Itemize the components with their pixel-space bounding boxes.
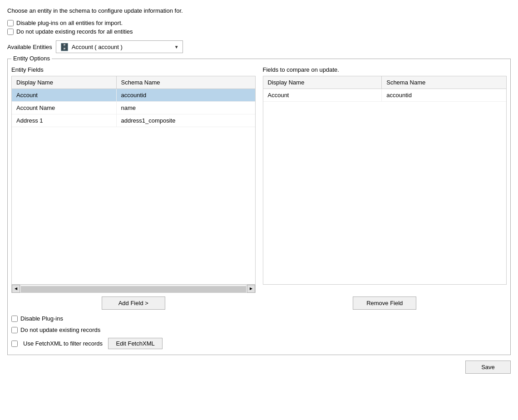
compare-col-display: Display Name <box>263 76 382 89</box>
do-not-update-entity-checkbox[interactable] <box>11 327 18 333</box>
display-name-cell: Account Name <box>12 102 116 114</box>
dropdown-selected-value: Account ( account ) <box>72 44 172 50</box>
scroll-right-btn[interactable]: ▶ <box>247 285 255 293</box>
fields-compare-table: Display Name Schema Name Account account… <box>263 76 507 102</box>
schema-name-cell: accountid <box>116 89 255 102</box>
do-not-update-global-label: Do not update existing records for all e… <box>16 28 133 35</box>
entity-fields-title: Entity Fields <box>11 66 256 73</box>
display-name-cell: Account <box>12 89 116 102</box>
scroll-thumb <box>21 286 246 292</box>
remove-field-button[interactable]: Remove Field <box>353 296 416 310</box>
edit-fetchxml-button[interactable]: Edit FetchXML <box>108 338 163 349</box>
use-fetchxml-checkbox[interactable] <box>11 341 18 347</box>
do-not-update-global-checkbox[interactable] <box>7 29 14 35</box>
schema-name-cell: address1_composite <box>116 114 255 127</box>
disable-plugins-entity-label: Disable Plug-ins <box>20 315 63 322</box>
scroll-track <box>20 285 247 292</box>
do-not-update-entity-label: Do not update existing records <box>20 326 100 333</box>
disable-plugins-entity-checkbox[interactable] <box>11 316 18 322</box>
entity-fields-col-schema: Schema Name <box>116 76 255 89</box>
available-entities-label: Available Entities <box>7 44 52 50</box>
bottom-options: Disable Plug-ins Do not update existing … <box>11 315 507 351</box>
entity-fields-table: Display Name Schema Name Account account… <box>12 76 255 127</box>
entity-fields-section: Entity Fields Display Name Schema Name A… <box>11 66 256 293</box>
table-row[interactable]: Account Name name <box>12 102 255 114</box>
fields-compare-title: Fields to compare on update. <box>263 66 507 73</box>
intro-text: Choose an entity in the schema to config… <box>7 7 511 14</box>
entity-fields-col-display: Display Name <box>12 76 116 89</box>
available-entities-dropdown[interactable]: 🗄️ Account ( account ) ▼ <box>56 40 183 53</box>
use-fetchxml-label: Use FetchXML to filter records <box>23 340 103 347</box>
disable-plugins-global-checkbox[interactable] <box>7 20 14 26</box>
fields-compare-section: Fields to compare on update. Display Nam… <box>263 66 507 293</box>
table-row[interactable]: Address 1 address1_composite <box>12 114 255 127</box>
entity-options-group: Entity Options Entity Fields Display Nam… <box>7 59 511 355</box>
table-row[interactable]: Account accountid <box>12 89 255 102</box>
chevron-down-icon: ▼ <box>174 44 179 49</box>
scroll-left-btn[interactable]: ◀ <box>12 285 20 293</box>
schema-name-cell: name <box>116 102 255 114</box>
display-name-cell: Account <box>263 89 382 102</box>
display-name-cell: Address 1 <box>12 114 116 127</box>
horizontal-scrollbar[interactable]: ◀ ▶ <box>11 285 256 293</box>
save-button[interactable]: Save <box>465 361 511 374</box>
database-icon: 🗄️ <box>60 43 69 51</box>
action-buttons-row: Add Field > Remove Field <box>11 296 507 310</box>
entity-options-legend: Entity Options <box>11 55 52 62</box>
schema-name-cell: accountid <box>382 89 506 102</box>
add-field-button[interactable]: Add Field > <box>102 296 165 310</box>
disable-plugins-global-label: Disable plug-ins on all entities for imp… <box>16 20 123 26</box>
compare-col-schema: Schema Name <box>382 76 506 89</box>
entity-fields-table-wrapper[interactable]: Display Name Schema Name Account account… <box>11 76 256 285</box>
table-row[interactable]: Account accountid <box>263 89 507 102</box>
fields-compare-table-wrapper[interactable]: Display Name Schema Name Account account… <box>263 76 507 285</box>
